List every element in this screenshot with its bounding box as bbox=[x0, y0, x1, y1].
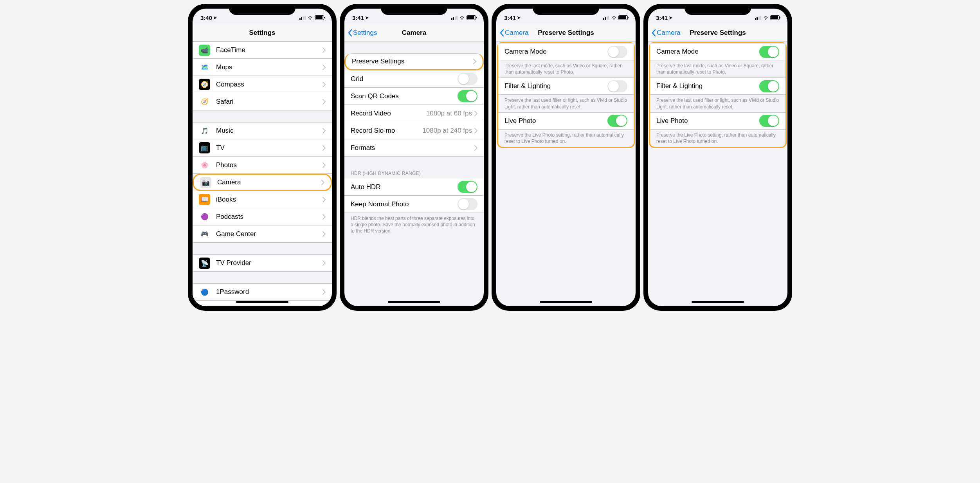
row-live-photo[interactable]: Live Photo bbox=[498, 112, 634, 130]
wifi-icon bbox=[459, 15, 465, 20]
preserve-settings-list[interactable]: Camera ModePreserve the last mode, such … bbox=[648, 41, 787, 306]
row-label: TV bbox=[216, 144, 322, 152]
row-label: Compass bbox=[216, 81, 322, 88]
phone-3: 3:41➤ Camera Preserve Settings Camera Mo… bbox=[492, 4, 640, 311]
settings-row-tv[interactable]: 📺TV bbox=[193, 139, 332, 157]
chevron-right-icon bbox=[322, 145, 326, 151]
camera-settings-list[interactable]: Preserve SettingsGridScan QR CodesRecord… bbox=[344, 41, 484, 306]
notch bbox=[685, 4, 751, 15]
row-label: iBooks bbox=[216, 196, 322, 204]
maps-icon: 🗺️ bbox=[199, 61, 210, 73]
row-detail: 1080p at 240 fps bbox=[422, 127, 472, 135]
back-button[interactable]: Camera bbox=[651, 29, 680, 37]
hdr-header: HDR (HIGH DYNAMIC RANGE) bbox=[344, 168, 484, 178]
chevron-left-icon bbox=[348, 29, 352, 37]
row-live-photo[interactable]: Live Photo bbox=[650, 112, 785, 130]
location-icon: ➤ bbox=[213, 15, 217, 20]
row-preserve-settings[interactable]: Preserve Settings bbox=[344, 53, 484, 70]
back-button[interactable]: Camera bbox=[499, 29, 528, 37]
home-indicator[interactable] bbox=[540, 301, 592, 303]
row-formats[interactable]: Formats bbox=[344, 139, 484, 157]
back-button[interactable]: Settings bbox=[348, 29, 377, 37]
toggle-switch[interactable] bbox=[607, 46, 627, 58]
preserve-section: Camera ModePreserve the last mode, such … bbox=[498, 43, 634, 77]
row-label: 1Password bbox=[216, 288, 322, 296]
settings-row-1password[interactable]: 🔵1Password bbox=[193, 283, 332, 301]
screen-3: 3:41➤ Camera Preserve Settings Camera Mo… bbox=[496, 9, 636, 306]
settings-row-ibooks[interactable]: 📖iBooks bbox=[193, 191, 332, 208]
podcasts-icon: 🟣 bbox=[199, 211, 210, 222]
preserve-section: Live PhotoPreserve the Live Photo settin… bbox=[650, 112, 785, 147]
battery-icon bbox=[618, 15, 628, 20]
row-keep-normal-photo[interactable]: Keep Normal Photo bbox=[344, 196, 484, 213]
settings-row-camera[interactable]: 📷Camera bbox=[193, 174, 332, 191]
toggle-switch[interactable] bbox=[458, 90, 477, 102]
toggle-switch[interactable] bbox=[759, 115, 779, 127]
screen-4: 3:41➤ Camera Preserve Settings Camera Mo… bbox=[648, 9, 787, 306]
toggle-switch[interactable] bbox=[458, 181, 477, 193]
row-scan-qr-codes[interactable]: Scan QR Codes bbox=[344, 88, 484, 105]
home-indicator[interactable] bbox=[236, 301, 288, 303]
row-label: Formats bbox=[351, 144, 474, 152]
row-label: Camera Mode bbox=[656, 48, 759, 56]
row-auto-hdr[interactable]: Auto HDR bbox=[344, 178, 484, 196]
gamecenter-icon: 🎮 bbox=[199, 228, 210, 240]
status-time: 3:41 bbox=[352, 14, 364, 21]
back-label: Settings bbox=[353, 29, 377, 37]
toggle-switch[interactable] bbox=[759, 80, 779, 92]
1password-icon: 🔵 bbox=[199, 287, 210, 298]
tv-icon: 📺 bbox=[199, 142, 210, 153]
row-record-video[interactable]: Record Video1080p at 60 fps bbox=[344, 105, 484, 122]
signal-icon bbox=[299, 16, 306, 20]
row-label: Grid bbox=[351, 75, 458, 83]
chevron-left-icon bbox=[651, 29, 656, 37]
preserve-section: Live PhotoPreserve the Live Photo settin… bbox=[498, 112, 634, 147]
settings-row-music[interactable]: 🎵Music bbox=[193, 122, 332, 139]
row-label: Keep Normal Photo bbox=[351, 200, 458, 208]
row-camera-mode[interactable]: Camera Mode bbox=[498, 43, 634, 60]
settings-row-tvprovider[interactable]: 📡TV Provider bbox=[193, 254, 332, 272]
music-icon: 🎵 bbox=[199, 125, 210, 137]
home-indicator[interactable] bbox=[388, 301, 440, 303]
home-indicator[interactable] bbox=[692, 301, 744, 303]
photos-icon: 🌸 bbox=[199, 159, 210, 171]
location-icon: ➤ bbox=[365, 15, 369, 20]
nav-bar: Settings bbox=[193, 24, 332, 41]
back-label: Camera bbox=[505, 29, 528, 37]
row-filter-lighting[interactable]: Filter & Lighting bbox=[498, 77, 634, 95]
camera-icon: 📷 bbox=[200, 177, 211, 188]
settings-list[interactable]: 📹FaceTime🗺️Maps🧭Compass🧭Safari🎵Music📺TV🌸… bbox=[193, 41, 332, 306]
toggle-switch[interactable] bbox=[458, 73, 477, 85]
toggle-switch[interactable] bbox=[759, 46, 779, 58]
chevron-right-icon bbox=[322, 231, 326, 237]
back-label: Camera bbox=[657, 29, 680, 37]
settings-row-safari[interactable]: 🧭Safari bbox=[193, 93, 332, 110]
settings-row-gamecenter[interactable]: 🎮Game Center bbox=[193, 225, 332, 243]
row-camera-mode[interactable]: Camera Mode bbox=[650, 43, 785, 60]
preserve-section: Camera ModePreserve the last mode, such … bbox=[650, 43, 785, 77]
row-record-slo-mo[interactable]: Record Slo-mo1080p at 240 fps bbox=[344, 122, 484, 139]
toggle-switch[interactable] bbox=[458, 198, 477, 210]
chevron-right-icon bbox=[322, 99, 326, 105]
settings-row-photos[interactable]: 🌸Photos bbox=[193, 157, 332, 174]
camera-group-1: Preserve SettingsGridScan QR CodesRecord… bbox=[344, 53, 484, 157]
settings-row-podcasts[interactable]: 🟣Podcasts bbox=[193, 208, 332, 225]
row-footer: Preserve the last mode, such as Video or… bbox=[650, 60, 785, 77]
settings-row-maps[interactable]: 🗺️Maps bbox=[193, 59, 332, 76]
row-filter-lighting[interactable]: Filter & Lighting bbox=[650, 77, 785, 95]
chevron-right-icon bbox=[473, 59, 476, 64]
notch bbox=[381, 4, 447, 15]
row-footer: Preserve the last used filter or light, … bbox=[650, 95, 785, 112]
settings-row-compass[interactable]: 🧭Compass bbox=[193, 76, 332, 93]
page-title: Camera bbox=[402, 29, 426, 37]
chevron-right-icon bbox=[322, 214, 326, 220]
9to5mac-icon: 🔵 bbox=[199, 303, 210, 306]
nav-bar: Camera Preserve Settings bbox=[496, 24, 636, 41]
wifi-icon bbox=[611, 15, 617, 20]
settings-row-facetime[interactable]: 📹FaceTime bbox=[193, 41, 332, 59]
row-grid[interactable]: Grid bbox=[344, 70, 484, 88]
toggle-switch[interactable] bbox=[607, 80, 627, 92]
preserve-settings-list[interactable]: Camera ModePreserve the last mode, such … bbox=[496, 41, 636, 306]
chevron-right-icon bbox=[322, 82, 326, 87]
toggle-switch[interactable] bbox=[607, 115, 627, 127]
